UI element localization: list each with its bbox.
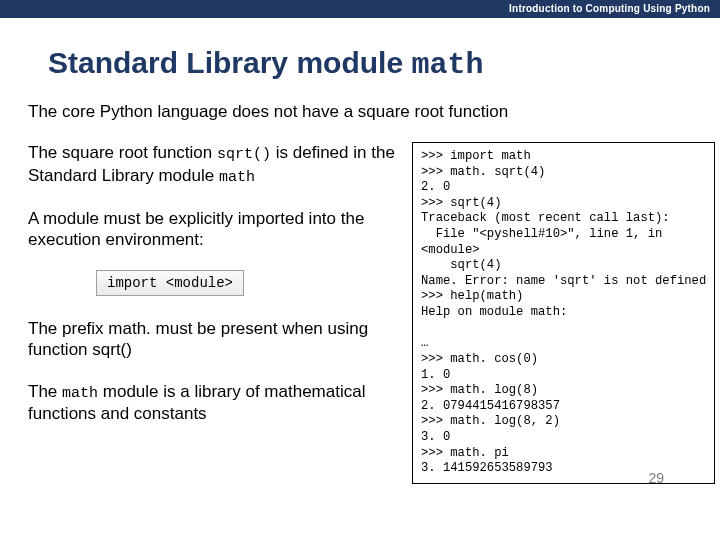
title-text: Standard Library module	[48, 46, 411, 79]
slide-title: Standard Library module math	[0, 18, 720, 102]
para-prefix: The prefix math. must be present when us…	[28, 318, 400, 361]
import-syntax-box: import <module>	[96, 270, 244, 296]
para-math-library: The math module is a library of mathemat…	[28, 381, 400, 425]
intro-line: The core Python language does not have a…	[28, 102, 702, 122]
code-sqrt: sqrt()	[217, 146, 271, 163]
python-shell-output: >>> import math >>> math. sqrt(4) 2. 0 >…	[412, 142, 715, 484]
code-math: math	[219, 169, 255, 186]
title-code: math	[411, 48, 483, 82]
t: The square root function	[28, 143, 217, 162]
course-banner: Introduction to Computing Using Python	[0, 0, 720, 18]
code-math2: math	[62, 385, 98, 402]
page-number: 29	[648, 470, 664, 486]
t: The	[28, 382, 62, 401]
left-column: The square root function sqrt() is defin…	[28, 142, 400, 484]
para-sqrt-defined: The square root function sqrt() is defin…	[28, 142, 400, 188]
para-import-needed: A module must be explicitly imported int…	[28, 208, 400, 251]
